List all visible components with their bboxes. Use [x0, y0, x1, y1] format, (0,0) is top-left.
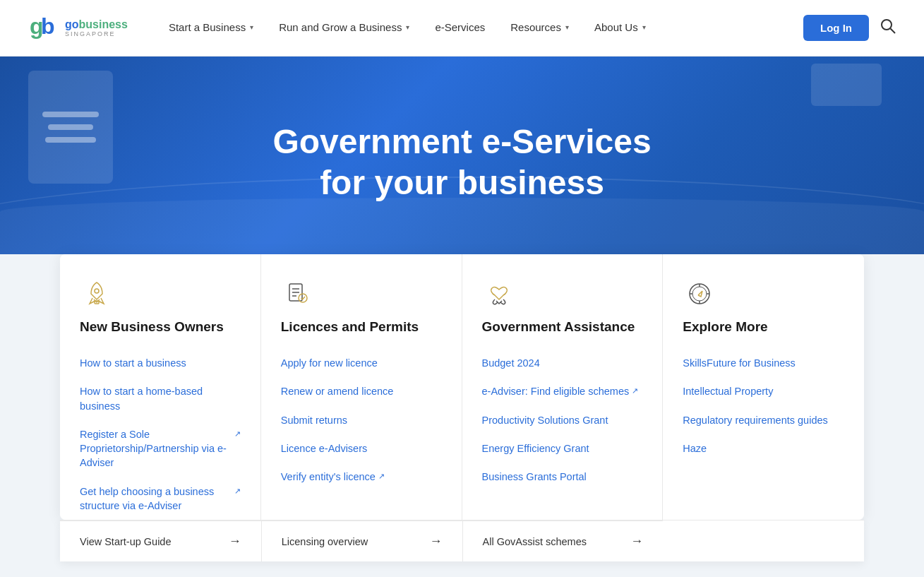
svg-point-10	[299, 294, 307, 302]
hero-text: Government e-Services for your business	[272, 121, 651, 203]
cards-section: New Business Owners How to start a busin…	[0, 254, 924, 577]
svg-text:b: b	[41, 13, 54, 39]
hero-decoration-rect	[811, 64, 882, 106]
card-title-gov-assistance: Government Assistance	[482, 319, 643, 335]
card-footer-licensing[interactable]: Licensing overview →	[261, 521, 462, 561]
link-haze[interactable]: Haze	[683, 434, 844, 463]
card-icon-heart-hands	[482, 277, 516, 311]
svg-line-3	[891, 29, 896, 34]
logo-country: SINGAPORE	[65, 30, 128, 37]
link-budget-2024[interactable]: Budget 2024	[482, 349, 643, 377]
card-licences: Licences and Permits Apply for new licen…	[261, 254, 462, 520]
card-links-new-business: How to start a business How to start a h…	[80, 349, 241, 520]
card-title-licences: Licences and Permits	[281, 319, 442, 335]
card-icon-compass	[683, 277, 716, 311]
login-button[interactable]: Log In	[803, 15, 869, 41]
card-links-explore-more: SkillsFuture for Business Intellectual P…	[683, 349, 844, 463]
external-link-icon: ↗	[378, 471, 385, 482]
nav-item-about-us[interactable]: About Us ▾	[582, 0, 659, 56]
arrow-icon: →	[430, 534, 443, 549]
svg-point-4	[95, 289, 99, 293]
link-register-sole-prop[interactable]: Register a Sole Proprietorship/Partnersh…	[80, 420, 241, 477]
card-icon-rocket	[80, 277, 114, 311]
nav-right: Log In	[803, 15, 896, 41]
link-business-grants-portal[interactable]: Business Grants Portal	[482, 463, 643, 491]
card-links-gov-assistance: Budget 2024 e-Adviser: Find eligible sch…	[482, 349, 643, 491]
link-productivity-grant[interactable]: Productivity Solutions Grant	[482, 406, 643, 434]
logo[interactable]: g b gobusiness SINGAPORE	[28, 8, 128, 47]
card-title-new-business: New Business Owners	[80, 319, 241, 335]
link-home-based-business[interactable]: How to start a home-based business	[80, 377, 241, 420]
logo-icon: g b	[28, 8, 62, 47]
link-regulatory-guides[interactable]: Regulatory requirements guides	[683, 406, 844, 434]
card-gov-assistance: Government Assistance Budget 2024 e-Advi…	[462, 254, 664, 520]
nav-item-e-services[interactable]: e-Services	[422, 0, 498, 56]
cards-grid: New Business Owners How to start a busin…	[60, 254, 864, 520]
card-footer-startup-guide[interactable]: View Start-up Guide →	[60, 521, 261, 561]
link-skillsfuture[interactable]: SkillsFuture for Business	[683, 349, 844, 377]
arrow-icon: →	[630, 534, 643, 549]
link-renew-amend[interactable]: Renew or amend licence	[281, 377, 442, 405]
link-intellectual-property[interactable]: Intellectual Property	[683, 377, 844, 405]
link-how-start-business[interactable]: How to start a business	[80, 349, 241, 377]
card-icon-licence	[281, 277, 315, 311]
link-submit-returns[interactable]: Submit returns	[281, 406, 442, 434]
card-links-licences: Apply for new licence Renew or amend lic…	[281, 349, 442, 491]
logo-brand-name: gobusiness	[65, 19, 128, 30]
chevron-down-icon: ▾	[406, 23, 409, 31]
card-new-business: New Business Owners How to start a busin…	[60, 254, 261, 520]
card-footer-govassist[interactable]: All GovAssist schemes →	[462, 521, 664, 561]
nav-item-resources[interactable]: Resources ▾	[498, 0, 582, 56]
external-link-icon: ↗	[632, 386, 638, 396]
nav-item-start-business[interactable]: Start a Business ▾	[156, 0, 266, 56]
search-icon	[880, 18, 896, 34]
card-explore-more: Explore More SkillsFuture for Business I…	[663, 254, 864, 520]
chevron-down-icon: ▾	[250, 23, 253, 31]
nav-links: Start a Business ▾ Run and Grow a Busine…	[156, 0, 803, 56]
hero-title: Government e-Services for your business	[272, 121, 651, 203]
external-link-icon: ↗	[234, 486, 241, 496]
link-energy-grant[interactable]: Energy Efficiency Grant	[482, 434, 643, 463]
hero-decoration-doc	[28, 71, 113, 184]
arrow-icon: →	[229, 534, 241, 549]
link-apply-new-licence[interactable]: Apply for new licence	[281, 349, 442, 377]
chevron-down-icon: ▾	[565, 23, 569, 31]
link-choose-business-structure[interactable]: Get help choosing a business structure v…	[80, 477, 241, 521]
navbar: g b gobusiness SINGAPORE Start a Busines…	[0, 0, 924, 56]
card-title-explore-more: Explore More	[683, 319, 844, 335]
svg-point-2	[882, 20, 892, 30]
link-licence-eadvisers[interactable]: Licence e-Advisers	[281, 434, 442, 463]
hero-section: Government e-Services for your business	[0, 56, 924, 268]
link-verify-entity[interactable]: Verify entity's licence ↗	[281, 463, 442, 491]
link-eadviser-eligible[interactable]: e-Adviser: Find eligible schemes ↗	[482, 377, 643, 405]
external-link-icon: ↗	[234, 429, 241, 439]
search-button[interactable]	[880, 18, 896, 37]
nav-item-run-grow[interactable]: Run and Grow a Business ▾	[266, 0, 422, 56]
chevron-down-icon: ▾	[642, 23, 646, 31]
